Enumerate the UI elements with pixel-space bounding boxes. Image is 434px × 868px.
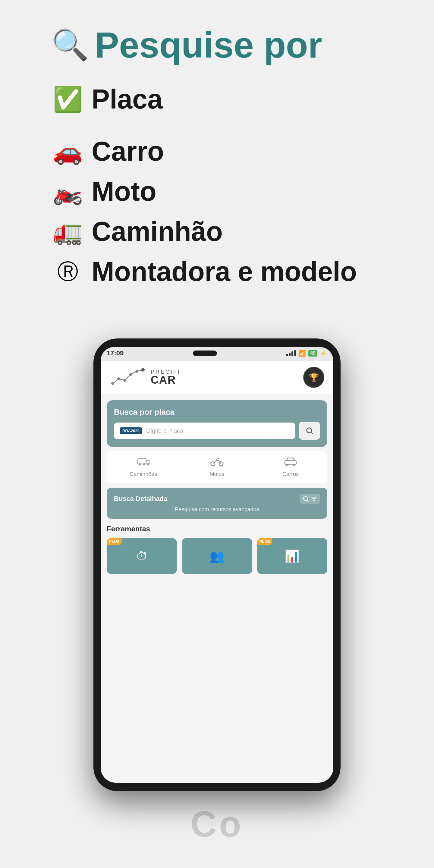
app-screen: PRECIFI CAR 🏆 Busca por placa	[101, 361, 333, 783]
detail-search-title: Busca Detalhada	[114, 495, 167, 503]
truck-svg	[137, 457, 150, 466]
svg-point-4	[135, 370, 138, 373]
signal-bar-2	[289, 352, 290, 356]
logo-car: CAR	[151, 375, 181, 385]
placa-emoji: ✅	[51, 85, 84, 114]
svg-point-19	[293, 464, 295, 466]
svg-point-12	[138, 463, 141, 466]
ferramentas-section: Ferramentas PLUS ⏱ 👥 PLUS 📊	[107, 525, 327, 574]
signal-bars	[286, 350, 296, 356]
search-emoji: 🔍	[51, 27, 89, 63]
svg-point-13	[143, 463, 145, 466]
svg-point-0	[111, 382, 114, 385]
signal-bar-4	[294, 350, 296, 356]
speedometer-icon: ⏱	[136, 550, 148, 563]
phone-mockup: 17:09 📶 49 ⚡	[93, 338, 341, 791]
svg-line-9	[311, 432, 313, 434]
feature-list: ✅ Placa 🚗 Carro 🏍️ Moto 🚛 Caminhão Ⓡ Mon…	[51, 81, 383, 290]
battery-indicator: 49	[308, 350, 317, 356]
moto-icon	[210, 457, 224, 469]
svg-point-3	[129, 373, 132, 376]
page-title: Pesquise por	[95, 24, 322, 66]
caminhao-emoji: 🚛	[51, 218, 84, 246]
plate-input-wrapper[interactable]: BRA2020 Digite a Placa	[114, 423, 296, 439]
app-header: PRECIFI CAR 🏆	[101, 361, 333, 394]
moto-label: Moto	[92, 176, 156, 207]
avatar-icon: 🏆	[306, 370, 321, 385]
detail-filter-icon	[310, 496, 317, 501]
caminhoes-button[interactable]: Caminhões	[107, 451, 180, 484]
motos-label: Motos	[210, 471, 224, 477]
detail-search-subtitle: Pesquisa com recursos avançados	[114, 506, 320, 513]
signal-bar-3	[291, 351, 293, 356]
plus-badge-3: PLUS	[257, 538, 273, 545]
tool-card-1[interactable]: PLUS ⏱	[107, 538, 177, 574]
tool-card-3[interactable]: PLUS 📊	[257, 538, 327, 574]
status-bar: 17:09 📶 49 ⚡	[101, 347, 333, 361]
montadora-emoji: Ⓡ	[51, 258, 84, 286]
svg-line-21	[307, 500, 309, 501]
placa-label: Placa	[92, 84, 162, 115]
charging-icon: ⚡	[320, 350, 327, 357]
signal-bar-1	[286, 354, 288, 356]
tool-card-2[interactable]: 👥	[182, 538, 252, 574]
svg-point-8	[307, 428, 312, 433]
montadora-label: Montadora e modelo	[92, 256, 357, 287]
moto-svg	[210, 457, 224, 466]
ferramentas-title: Ferramentas	[107, 525, 327, 533]
svg-point-1	[117, 377, 120, 380]
feature-placa: ✅ Placa	[51, 81, 383, 118]
logo-text: PRECIFI CAR	[151, 369, 181, 385]
plus-badge-1: PLUS	[107, 538, 122, 545]
feature-moto: 🏍️ Moto	[51, 173, 383, 210]
tools-grid: PLUS ⏱ 👥 PLUS 📊	[107, 538, 327, 574]
app-logo: PRECIFI CAR	[110, 368, 181, 386]
plate-badge: BRA2020	[120, 427, 142, 434]
motos-button[interactable]: Motos	[180, 451, 253, 484]
detail-search-card[interactable]: Busca Detalhada Pesquisa com recur	[107, 488, 327, 519]
truck-icon	[137, 457, 150, 469]
feature-carro: 🚗 Carro	[51, 133, 383, 170]
status-icons: 📶 49 ⚡	[286, 350, 327, 357]
status-time: 17:09	[107, 349, 124, 357]
moto-emoji: 🏍️	[51, 178, 84, 206]
bottom-text: Co	[12, 803, 422, 845]
plate-search-button[interactable]	[299, 422, 320, 440]
avatar[interactable]: 🏆	[303, 367, 324, 388]
carro-emoji: 🚗	[51, 137, 84, 166]
phone-outer: 17:09 📶 49 ⚡	[93, 338, 341, 791]
feature-montadora: Ⓡ Montadora e modelo	[51, 253, 383, 290]
people-icon: 👥	[210, 549, 224, 563]
caminhao-label: Caminhão	[92, 216, 223, 247]
detail-search-header: Busca Detalhada	[114, 494, 320, 504]
plate-search-row[interactable]: BRA2020 Digite a Placa	[114, 422, 320, 440]
chart-icon: 📊	[284, 549, 300, 563]
svg-point-2	[123, 379, 126, 382]
plate-search-section: Busca por placa BRA2020 Digite a Placa	[107, 400, 327, 447]
logo-chart-svg	[110, 368, 146, 386]
svg-rect-17	[285, 461, 296, 465]
plate-section-title: Busca por placa	[114, 407, 320, 417]
carros-button[interactable]: Carros	[254, 451, 327, 484]
svg-point-18	[286, 464, 288, 466]
detail-search-icon	[303, 495, 309, 502]
caminhoes-label: Caminhões	[130, 471, 157, 477]
svg-rect-10	[138, 459, 146, 464]
detail-icons	[300, 494, 320, 504]
title-row: 🔍 Pesquise por	[51, 24, 383, 66]
feature-caminhao: 🚛 Caminhão	[51, 213, 383, 250]
carros-label: Carros	[282, 471, 299, 477]
svg-text:🏆: 🏆	[309, 373, 319, 382]
search-icon	[305, 427, 314, 435]
svg-point-14	[147, 463, 149, 466]
plate-input-placeholder[interactable]: Digite a Placa	[146, 427, 183, 434]
carro-label: Carro	[92, 136, 164, 167]
wifi-icon: 📶	[299, 350, 306, 357]
svg-point-5	[141, 368, 145, 372]
phone-notch	[193, 350, 217, 356]
vehicle-types-row: Caminhões Motos	[107, 451, 327, 484]
car-svg	[284, 457, 297, 466]
car-icon	[284, 457, 297, 469]
header-section: 🔍 Pesquise por ✅ Placa 🚗 Carro 🏍️ Moto 🚛…	[51, 24, 383, 302]
